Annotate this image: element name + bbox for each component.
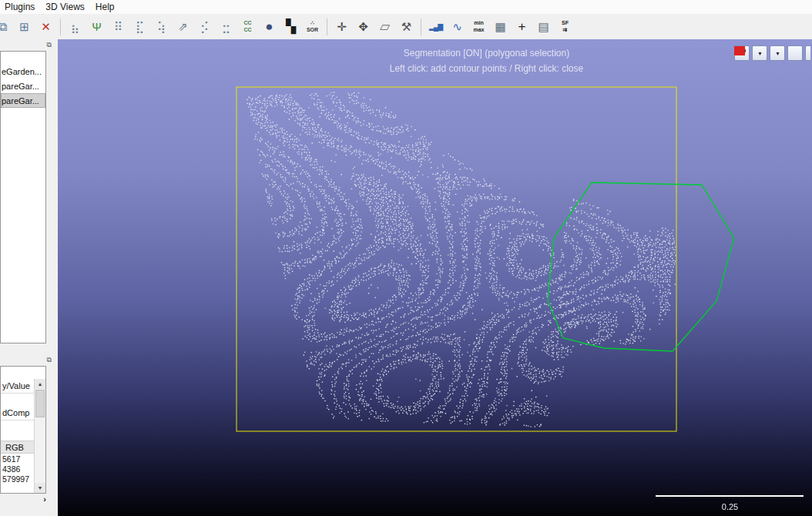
add-scalar-icon-glyph: + (518, 19, 526, 35)
properties-header: ⧉ (0, 354, 58, 366)
3d-viewport[interactable]: Segmentation [ON] (polygonal selection) … (58, 39, 812, 516)
point-picking-icon-glyph: ✛ (337, 20, 347, 34)
menu-plugins[interactable]: Plugins (2, 1, 42, 13)
level-tool-icon[interactable]: ⚒ (396, 17, 417, 37)
property-row: y/Value (1, 379, 36, 394)
toolbar-separator (421, 18, 421, 35)
plugin-sra-icon-glyph: ⣒ (222, 20, 230, 34)
cloudcompare-compare-icon[interactable]: CC CC (237, 17, 258, 37)
db-tree-item-selected[interactable]: pareGar... (1, 93, 45, 108)
clone-icon-glyph: ⧉ (0, 20, 7, 34)
add-scalar-icon[interactable]: + (512, 17, 532, 37)
plugin-m3c2-icon[interactable]: ⇗ (173, 17, 193, 37)
cloudcompare-compare-icon-glyph: CC CC (243, 20, 251, 32)
confirm-segmentation-button[interactable] (805, 45, 810, 61)
cloudcompare-window: Plugins 3D Views Help ⧉ ⊞ ✕ ⣦ Ψ ⠿ ⣏ ⢵ ⇗ … (0, 0, 812, 516)
sphere-render-icon-glyph: ● (265, 19, 273, 35)
cloud-bounding-box (237, 87, 676, 431)
chevron-down-icon: ▾ (776, 50, 779, 57)
section-filter-icon[interactable]: ▦ (490, 17, 511, 37)
curve-plot-icon-glyph: ∿ (452, 20, 462, 34)
plugin-csf-icon[interactable]: ⠿ (108, 17, 129, 37)
sor-filter-icon-glyph: ∴ SOR (307, 20, 318, 32)
checkerboard-icon-glyph: ▚ (286, 18, 296, 35)
chevron-down-icon: ▾ (758, 50, 761, 57)
plugin-facets-icon[interactable]: ⣏ (129, 17, 150, 37)
point-picking-icon[interactable]: ✛ (331, 17, 352, 37)
db-tree-item[interactable]: pareGar... (1, 79, 45, 93)
curve-plot-icon[interactable]: ∿ (447, 17, 468, 37)
merge-icon[interactable]: ⊞ (14, 17, 35, 37)
scrollbar-thumb[interactable] (35, 390, 45, 417)
merge-icon-glyph: ⊞ (19, 20, 29, 34)
translate-rotate-icon-glyph: ✥ (358, 20, 368, 34)
sf-arithmetic-icon-glyph: SF ⇉ (562, 20, 569, 32)
delete-icon[interactable]: ✕ (35, 17, 56, 37)
segmentation-toolbar: ▾ ▾ (734, 45, 810, 61)
float-panel-icon[interactable]: ⧉ (47, 357, 52, 364)
toolbar-separator (60, 18, 61, 35)
main-toolbar: ⧉ ⊞ ✕ ⣦ Ψ ⠿ ⣏ ⢵ ⇗ ⡪ ⣒ CC CC ● ▚ ∴ SOR ✛ … (0, 14, 812, 39)
sphere-render-icon[interactable]: ● (259, 17, 280, 37)
main-content: ⧉ eGarden... pareGar... pareGar... ⧉ y/V… (0, 39, 812, 516)
properties-panel[interactable]: y/Value dComp RGB 5617 4386 579997 ▲ ▼ (0, 366, 46, 494)
menu-help[interactable]: Help (92, 1, 122, 13)
clone-icon[interactable]: ⧉ (0, 17, 13, 37)
scroll-up-icon[interactable]: ▲ (35, 379, 45, 389)
plugin-csf-icon-glyph: ⠿ (114, 20, 122, 34)
property-value-row: 5617 (1, 454, 36, 464)
plugin-ransac-icon[interactable]: ⡪ (194, 17, 215, 37)
translate-rotate-icon[interactable]: ✥ (353, 17, 374, 37)
histogram-icon-glyph: ▂▄▇ (429, 23, 442, 31)
scroll-right-icon[interactable]: › (43, 494, 46, 504)
selection-mode-button[interactable]: ▾ (770, 45, 785, 61)
toolbar-separator (327, 18, 327, 35)
histogram-icon[interactable]: ▂▄▇ (425, 17, 446, 37)
sf-arithmetic-icon[interactable]: SF ⇉ (555, 17, 575, 37)
float-panel-icon[interactable]: ⧉ (47, 42, 52, 49)
menu-bar: Plugins 3D Views Help (0, 0, 812, 14)
horizontal-scroll-corner: › (0, 494, 49, 504)
plugin-hough-icon[interactable]: ⢵ (151, 17, 172, 37)
property-value-row: 579997 (1, 474, 36, 484)
section-filter-icon-glyph: ▦ (495, 20, 505, 34)
plugin-canupo-icon[interactable]: Ψ (86, 17, 107, 37)
plugin-pcv-icon[interactable]: ⣦ (65, 17, 86, 37)
plugin-facets-icon-glyph: ⣏ (136, 20, 144, 34)
fit-plane-icon-glyph: ▱ (380, 18, 390, 35)
plugin-sra-icon[interactable]: ⣒ (216, 17, 237, 37)
minmax-filter-icon-glyph: min max (473, 20, 484, 32)
property-value-row: 4386 (1, 464, 36, 474)
plugin-hough-icon-glyph: ⢵ (157, 20, 166, 34)
properties-scrollbar[interactable]: ▲ ▼ (34, 379, 45, 493)
segmentation-polygon (548, 183, 734, 351)
menu-3d-views[interactable]: 3D Views (42, 1, 92, 13)
console-icon[interactable]: ▤ (533, 17, 554, 37)
sor-filter-icon[interactable]: ∴ SOR (302, 17, 323, 37)
plugin-canupo-icon-glyph: Ψ (92, 20, 102, 33)
db-tree-header: ⧉ (0, 39, 58, 51)
plugin-ransac-icon-glyph: ⡪ (200, 20, 209, 34)
minmax-filter-icon[interactable]: min max (468, 17, 489, 37)
db-tree-item[interactable]: eGarden... (1, 64, 45, 79)
left-sidebar: ⧉ eGarden... pareGar... pareGar... ⧉ y/V… (0, 39, 58, 516)
delete-icon-glyph: ✕ (41, 20, 51, 34)
level-tool-icon-glyph: ⚒ (401, 20, 411, 34)
plugin-pcv-icon-glyph: ⣦ (71, 20, 79, 34)
scroll-down-icon[interactable]: ▼ (35, 483, 45, 493)
cancel-segmentation-button[interactable] (787, 45, 803, 61)
segmentation-tools-button[interactable]: ▾ (752, 45, 767, 61)
fit-plane-icon[interactable]: ▱ (374, 17, 395, 37)
plugin-m3c2-icon-glyph: ⇗ (178, 20, 188, 34)
property-row: dComp (1, 406, 36, 421)
db-tree-panel[interactable]: eGarden... pareGar... pareGar... (0, 51, 46, 343)
checkerboard-icon[interactable]: ▚ (280, 17, 301, 37)
viewport-overlay-svg (58, 39, 812, 516)
console-icon-glyph: ▤ (538, 20, 549, 34)
